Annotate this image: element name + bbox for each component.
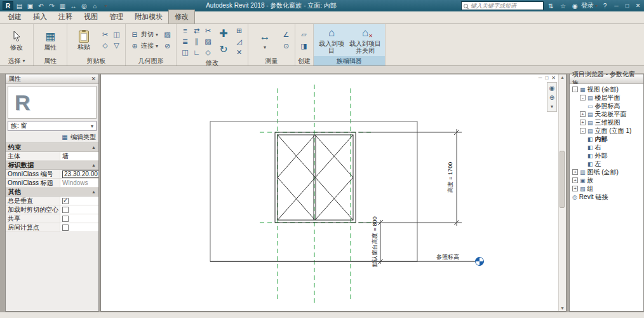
create-similar-icon[interactable]: ◨ [299, 41, 309, 51]
tree-item-label[interactable]: 天花板平面 [595, 110, 627, 119]
checkbox-unchecked[interactable] [62, 225, 69, 231]
collapse-icon[interactable]: - [572, 86, 578, 92]
measure-button[interactable]: ↔ ▾ [252, 29, 278, 51]
tree-item-label[interactable]: 参照标高 [595, 102, 621, 111]
expand-icon[interactable]: + [572, 169, 578, 175]
tree-item-label[interactable]: 视图 (全部) [587, 85, 619, 94]
steering-wheel-icon[interactable]: ◉ [549, 85, 555, 92]
view-close-icon[interactable]: ✕ [551, 75, 556, 81]
mirror-icon[interactable]: ◫ [180, 47, 191, 57]
reference-level[interactable]: 参照标高 [210, 254, 484, 266]
navbar-caret-icon[interactable]: ▾ [551, 104, 553, 109]
properties-toggle-button[interactable]: ▦ 属性 [37, 29, 64, 51]
expand-icon[interactable]: + [580, 111, 586, 117]
omniclass-number-input[interactable]: 23.30.20.00 [62, 170, 98, 178]
scale-icon[interactable]: ◿ [234, 36, 245, 46]
project-browser-header[interactable]: 项目浏览器 - 参数化窗族 [570, 74, 643, 84]
join-geometry-button[interactable]: ⊕ 连接 ▾ [129, 41, 159, 51]
tree-item-right[interactable]: ◧ 右 [570, 143, 643, 151]
height-dimension[interactable] [358, 129, 462, 226]
checkbox-unchecked[interactable] [62, 216, 69, 222]
checkbox-unchecked[interactable] [62, 207, 69, 213]
revit-logo-icon[interactable]: R [3, 1, 13, 10]
measure-qat-icon[interactable]: ↔ [69, 1, 78, 10]
split-icon[interactable]: ∥ [191, 36, 202, 46]
scroll-down-icon[interactable]: ▼ [560, 306, 565, 310]
tab-view[interactable]: 视图 [78, 10, 104, 24]
section-other[interactable]: 其他 ▲ [6, 188, 98, 197]
create-group-icon[interactable]: ▱ [299, 29, 309, 39]
expand-icon[interactable]: + [572, 177, 578, 183]
expand-icon[interactable]: + [572, 186, 578, 191]
sill-dimension-text[interactable]: 默认窗台高度 = 800 [372, 216, 378, 267]
tree-item-label[interactable]: 立面 (立面 1) [595, 127, 632, 135]
align-icon[interactable]: ≡ [180, 25, 191, 36]
tree-item-label[interactable]: Revit 链接 [579, 193, 608, 202]
view-restore-icon[interactable]: □ [545, 75, 548, 81]
tree-item-ceiling-plans[interactable]: + ▤ 天花板平面 [570, 110, 643, 118]
paste-button[interactable]: 粘贴 [70, 31, 97, 50]
move-icon[interactable]: ✚ [216, 26, 231, 41]
edit-type-button[interactable]: ▦ 编辑类型 [61, 133, 96, 142]
expand-icon[interactable]: + [580, 120, 586, 125]
properties-header[interactable]: 属性 ✕ [6, 74, 98, 84]
save-icon[interactable]: ▣ [25, 1, 35, 10]
tree-item-ref-level[interactable]: ▭ 参照标高 [570, 102, 643, 110]
help-icon[interactable]: ? [600, 1, 610, 10]
tree-item-label[interactable]: 外部 [595, 151, 608, 160]
tab-modify[interactable]: 修改 [168, 10, 195, 24]
filter-icon[interactable]: ▽ [111, 41, 122, 51]
paint-icon[interactable]: ▨ [162, 29, 173, 39]
drawing-area[interactable]: 高度 = 1700 默认窗台高度 = 800 参照标高 ─ □ ✕ ◉ ⊕ ▾ … [100, 74, 567, 312]
collapse-icon[interactable]: - [580, 95, 586, 100]
view-minimize-icon[interactable]: ─ [539, 75, 542, 81]
search-input[interactable] [471, 3, 541, 9]
trim-icon[interactable]: ∟ [191, 47, 202, 57]
tree-item-label[interactable]: 族 [587, 176, 594, 185]
tree-item-floor-plans[interactable]: - ▤ 楼层平面 [570, 93, 643, 102]
tab-addins[interactable]: 附加模块 [129, 10, 168, 24]
close-button[interactable]: ✕ [634, 2, 642, 10]
scrollbar-thumb[interactable] [560, 151, 565, 208]
redo-icon[interactable]: ↷ [47, 1, 57, 10]
copy-icon[interactable]: ◫ [111, 30, 122, 40]
load-into-project-button[interactable]: ⌂ 载入到项目 [317, 27, 346, 54]
offset-icon[interactable]: ≣ [180, 36, 191, 46]
tree-item-left[interactable]: ◧ 左 [570, 160, 643, 168]
search-box[interactable] [461, 1, 544, 10]
type-selector[interactable]: 族: 窗 ▾ [8, 121, 97, 131]
modify-tool-button[interactable]: 修改 [3, 29, 30, 51]
level-label[interactable]: 参照标高 [436, 254, 459, 260]
tree-item-elevations[interactable]: - ▤ 立面 (立面 1) [570, 127, 643, 135]
tree-item-exterior[interactable]: ◧ 外部 [570, 151, 643, 160]
tab-manage[interactable]: 管理 [104, 10, 129, 24]
rotate-icon[interactable]: ↻ [216, 42, 231, 57]
paint-small-icon[interactable]: ▨ [203, 36, 213, 46]
tree-item-views[interactable]: - ▦ 视图 (全部) [570, 85, 643, 93]
open-icon[interactable]: ▤ [15, 1, 24, 10]
section-constraints[interactable]: 约束 ▲ [6, 143, 98, 152]
cut-geometry-button[interactable]: ⊟ 剪切 ▾ [129, 29, 159, 39]
scroll-up-icon[interactable]: ▲ [560, 75, 565, 80]
checkbox-checked[interactable]: ✓ [62, 198, 69, 204]
vertical-scrollbar[interactable]: ▲ ▼ [558, 74, 566, 311]
qat-customize-icon[interactable]: ▾ [101, 1, 111, 10]
zoom-icon[interactable]: ⊕ [549, 94, 554, 101]
match-type-icon[interactable]: ◇ [100, 41, 111, 51]
default-3d-icon[interactable]: ⌂ [90, 1, 100, 10]
tree-item-label[interactable]: 组 [587, 184, 594, 193]
array-icon[interactable]: ⊞ [234, 25, 245, 36]
tree-item-label[interactable]: 三维视图 [595, 118, 621, 127]
undo-icon[interactable]: ↶ [36, 1, 46, 10]
window-geometry[interactable] [275, 132, 356, 223]
minimize-button[interactable]: ─ [612, 2, 621, 10]
height-dimension-text[interactable]: 高度 = 1700 [447, 162, 453, 193]
cut-icon[interactable]: ✂ [100, 30, 111, 40]
close-icon[interactable]: ✕ [91, 76, 96, 82]
tab-insert[interactable]: 插入 [27, 10, 53, 24]
tab-create[interactable]: 创建 [2, 10, 27, 24]
section-identity-data[interactable]: 标识数据 ▲ [6, 161, 98, 170]
tree-item-3d-views[interactable]: + ▤ 三维视图 [570, 118, 643, 127]
tree-item-groups[interactable]: + ▧ 组 [570, 184, 643, 193]
panel-label-select[interactable]: 选择 ▾ [0, 56, 33, 66]
